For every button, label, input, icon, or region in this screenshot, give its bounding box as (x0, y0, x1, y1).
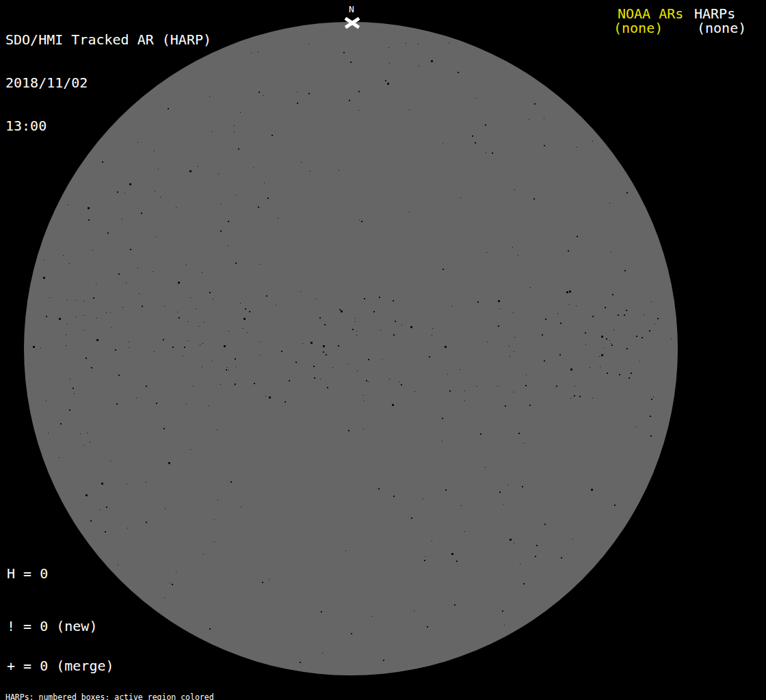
magnetogram-speckle (655, 324, 655, 325)
magnetogram-speckle (651, 399, 652, 400)
magnetogram-speckle (414, 391, 415, 392)
magnetogram-speckle (406, 43, 406, 44)
magnetogram-speckle (498, 325, 499, 327)
magnetogram-speckle (371, 616, 372, 617)
magnetogram-speckle (612, 294, 613, 295)
magnetogram-speckle (70, 379, 70, 379)
magnetogram-speckle (477, 301, 479, 303)
magnetogram-speckle (300, 291, 301, 292)
magnetogram-speckle (427, 626, 428, 628)
magnetogram-speckle (442, 418, 443, 419)
magnetogram-speckle (69, 409, 70, 411)
magnetogram-speckle (343, 52, 345, 53)
magnetogram-speckle (224, 345, 226, 347)
magnetogram-speckle (363, 429, 364, 429)
magnetogram-speckle (382, 360, 382, 360)
magnetogram-speckle (499, 308, 500, 309)
magnetogram-speckle (651, 301, 652, 302)
magnetogram-speckle (46, 401, 47, 401)
magnetogram-speckle (184, 347, 185, 348)
magnetogram-speckle (591, 489, 593, 491)
magnetogram-speckle (105, 531, 106, 533)
magnetogram-speckle (510, 539, 512, 541)
magnetogram-speckle (525, 385, 527, 386)
north-label: N (343, 5, 360, 14)
magnetogram-speckle (529, 405, 531, 406)
magnetogram-speckle (624, 270, 626, 271)
magnetogram-speckle (649, 330, 650, 332)
magnetogram-speckle (193, 386, 194, 386)
magnetogram-speckle (75, 300, 76, 301)
magnetogram-speckle (657, 318, 659, 319)
magnetogram-speckle (203, 554, 204, 554)
magnetogram-speckle (122, 219, 122, 219)
magnetogram-speckle (297, 103, 298, 104)
magnetogram-speckle (535, 556, 536, 557)
magnetogram-speckle (486, 252, 487, 253)
magnetogram-speckle (414, 610, 414, 611)
magnetogram-speckle (96, 318, 97, 319)
magnetogram-speckle (393, 334, 395, 336)
magnetogram-speckle (281, 351, 282, 352)
magnetogram-speckle (569, 304, 570, 305)
harps-value: (none) (697, 21, 746, 35)
legend-line-new: ! = 0 (new) (7, 620, 163, 633)
magnetogram-speckle (163, 340, 163, 340)
magnetogram-speckle (320, 379, 321, 379)
magnetogram-speckle (544, 145, 545, 146)
magnetogram-speckle (629, 377, 630, 379)
magnetogram-speckle (177, 312, 178, 312)
magnetogram-speckle (74, 393, 75, 394)
magnetogram-speckle (636, 336, 637, 337)
magnetogram-speckle (212, 361, 213, 362)
magnetogram-speckle (570, 368, 572, 371)
magnetogram-speckle (513, 392, 514, 392)
magnetogram-speckle (116, 403, 118, 405)
magnetogram-speckle (425, 556, 426, 557)
magnetogram-speckle (295, 362, 297, 363)
magnetogram-speckle (368, 381, 369, 382)
magnetogram-speckle (127, 528, 128, 528)
magnetogram-speckle (605, 307, 606, 308)
harps-label: HARPs (694, 7, 735, 21)
magnetogram-speckle (66, 345, 66, 346)
magnetogram-speckle (514, 337, 515, 338)
magnetogram-speckle (351, 633, 352, 634)
magnetogram-speckle (164, 306, 165, 306)
magnetogram-speckle (269, 579, 269, 580)
magnetogram-speckle (168, 462, 170, 464)
magnetogram-speckle (245, 308, 246, 310)
magnetogram-speckle (512, 247, 513, 247)
magnetogram-speckle (341, 310, 343, 312)
magnetogram-speckle (238, 148, 239, 150)
magnetogram-speckle (118, 273, 120, 275)
magnetogram-speckle (136, 398, 137, 399)
magnetogram-speckle (650, 435, 652, 437)
magnetogram-speckle (387, 83, 389, 85)
magnetogram-speckle (518, 255, 518, 256)
magnetogram-speckle (393, 300, 394, 301)
magnetogram-speckle (267, 198, 269, 199)
magnetogram-speckle (189, 170, 192, 172)
harp-tracking-plot: N SDO/HMI Tracked AR (HARP) 2018/11/02 1… (0, 0, 766, 700)
magnetogram-speckle (204, 322, 204, 323)
magnetogram-speckle (653, 396, 654, 397)
magnetogram-speckle (447, 374, 448, 375)
magnetogram-speckle (170, 582, 170, 583)
magnetogram-speckle (259, 92, 260, 93)
magnetogram-speckle (230, 481, 232, 483)
magnetogram-speckle (90, 520, 92, 522)
title-block: SDO/HMI Tracked AR (HARP) 2018/11/02 13:… (5, 4, 211, 162)
magnetogram-speckle (574, 395, 575, 396)
magnetogram-speckle (67, 299, 68, 300)
magnetogram-speckle (345, 550, 346, 551)
magnetogram-speckle (613, 329, 614, 330)
magnetogram-speckle (308, 44, 309, 44)
magnetogram-speckle (477, 386, 477, 387)
magnetogram-speckle (451, 553, 453, 555)
magnetogram-speckle (487, 342, 488, 342)
magnetogram-speckle (165, 509, 166, 509)
magnetogram-speckle (85, 358, 87, 359)
magnetogram-speckle (356, 335, 357, 336)
magnetogram-speckle (218, 174, 219, 174)
